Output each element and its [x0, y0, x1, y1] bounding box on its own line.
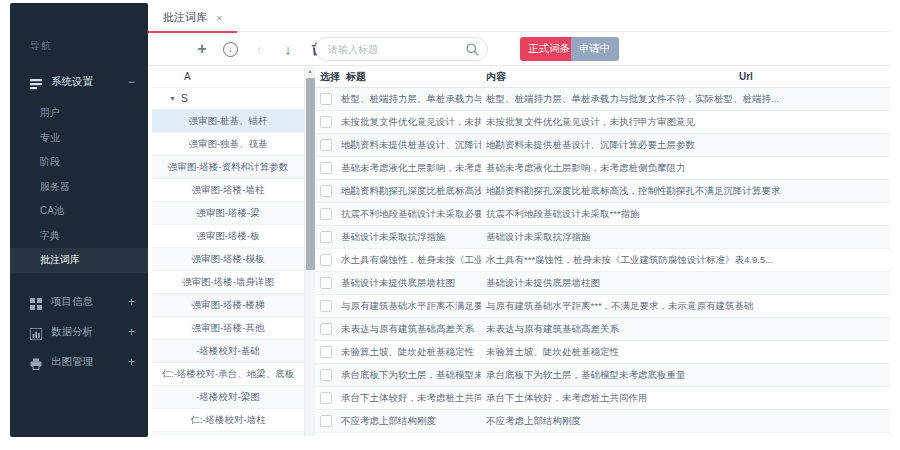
entries-table: 选择 标题 内容 Url 桩型、桩端持力层、单桩承载力与... 桩型、桩端持力层… — [315, 66, 890, 436]
download-icon[interactable]: ↓ — [223, 42, 238, 57]
row-checkbox[interactable] — [320, 139, 332, 151]
list-scrollbar[interactable]: ▲ — [304, 66, 315, 436]
cell-content: 桩型、桩端持力层、单桩承载力与批复文件不符，实际桩型、桩端持... — [481, 93, 830, 106]
sidebar-subitem[interactable]: 批注词库 — [10, 248, 148, 273]
row-checkbox[interactable] — [320, 93, 332, 105]
printer-icon — [30, 356, 42, 368]
cell-title: 承台下土体较好，未考虑桩土共同... — [341, 392, 481, 405]
row-checkbox[interactable] — [320, 277, 332, 289]
table-row: 承台底板下为软土层，基础模型未... 承台底板下为软土层，基础模型未考虑底板重量 — [315, 364, 890, 387]
cell-title: 基础设计未采取抗浮措施 — [341, 231, 481, 244]
row-checkbox[interactable] — [320, 116, 332, 128]
add-icon[interactable]: + — [194, 41, 210, 57]
cell-content: 承台下土体较好，未考虑桩土共同作用 — [481, 392, 830, 405]
row-checkbox[interactable] — [320, 369, 332, 381]
group-label: S — [181, 93, 188, 104]
table-row: 地勘资料勘探孔深度比桩底标高浅... 地勘资料勘探孔深度比桩底标高浅，控制性勘探… — [315, 180, 890, 203]
table-row: 抗震不利地段基础设计未采取必要... 抗震不利地段基础设计未采取***措施 — [315, 203, 890, 226]
table-row: 与原有建筑基础水平距离不满足要... 与原有建筑基础水平距离***，不满足要求，… — [315, 295, 890, 318]
table-row: 未验算土坡、陡坎处桩基稳定性 未验算土坡、陡坎处桩基稳定性 — [315, 341, 890, 364]
row-checkbox[interactable] — [320, 392, 332, 404]
scroll-up-icon[interactable]: ▲ — [305, 66, 315, 77]
cell-content: 地勘资料未提供桩基设计、沉降计算必要土层参数 — [481, 139, 830, 152]
sidebar-subitem[interactable]: 字典 — [10, 224, 148, 249]
sidebar-subitem[interactable]: 用户 — [10, 101, 148, 126]
menu-icon — [30, 76, 42, 88]
table-row: 基础设计未提供底层墙柱图 基础设计未提供底层墙柱图 — [315, 272, 890, 295]
list-item[interactable]: 强审图-塔楼-墙柱 — [152, 179, 304, 202]
list-item[interactable]: 仁:-塔楼校对-承台、地梁、底板 — [152, 363, 304, 386]
list-item[interactable]: 强审图-塔楼-其他 — [152, 317, 304, 340]
list-item[interactable]: 强审图-独基、筏基 — [152, 133, 304, 156]
list-item[interactable]: 强审图-塔楼-楼梯 — [152, 294, 304, 317]
row-checkbox[interactable] — [320, 346, 332, 358]
cell-content: 未按批复文件优化意见设计，未执行甲方审图意见 — [481, 116, 830, 129]
collapse-icon[interactable]: − — [128, 75, 135, 89]
cell-title: 基础未考虑液化土层影响，未考虑... — [341, 162, 481, 175]
cell-title: 地勘资料勘探孔深度比桩底标高浅... — [341, 185, 481, 198]
column-header-select: 选择 — [320, 66, 340, 88]
column-header-url: Url — [739, 66, 753, 88]
cell-content: 地勘资料勘探孔深度比桩底标高浅，控制性勘探孔不满足沉降计算要求 — [481, 185, 830, 198]
sidebar-subitem[interactable]: 专业 — [10, 126, 148, 151]
list-item[interactable]: 强审图-塔楼-资料和计算参数 — [152, 156, 304, 179]
list-item[interactable]: 强审图-桩基、锚杆 — [152, 110, 304, 133]
main-content: 批注词库 × + ↓ ↑ ↓ 正式词条 申请中 — [148, 3, 890, 437]
sidebar-section-system-settings[interactable]: 系统设置 − — [10, 67, 148, 97]
cell-title: 承台底板下为软土层，基础模型未... — [341, 369, 481, 382]
cell-content: 与原有建筑基础水平距离***，不满足要求，未示意原有建筑基础 — [481, 300, 830, 313]
row-checkbox[interactable] — [320, 415, 332, 427]
toolbar: + ↓ ↑ ↓ 正式词条 申请中 — [148, 32, 890, 66]
list-item[interactable]: -塔楼校对-楼梯 — [152, 432, 304, 436]
row-checkbox[interactable] — [320, 254, 332, 266]
cell-title: 与原有建筑基础水平距离不满足要... — [341, 300, 481, 313]
move-up-icon[interactable]: ↑ — [251, 41, 267, 57]
tab-annotation-lexicon[interactable]: 批注词库 × — [148, 3, 237, 32]
expand-icon[interactable]: + — [128, 325, 135, 339]
search-icon[interactable] — [466, 42, 479, 55]
row-checkbox[interactable] — [320, 300, 332, 312]
row-checkbox[interactable] — [320, 323, 332, 335]
tab-bar: 批注词库 × — [148, 3, 890, 32]
list-item[interactable]: 强审图-塔楼-模板 — [152, 248, 304, 271]
sidebar-section-drawing-management[interactable]: 出图管理 + — [10, 347, 148, 377]
table-rows: 桩型、桩端持力层、单桩承载力与... 桩型、桩端持力层、单桩承载力与批复文件不符… — [315, 88, 890, 433]
sidebar-section-project-info[interactable]: 项目信息 + — [10, 287, 148, 317]
content-body: A ▼S 强审图-桩基、锚杆强审图-独基、筏基强审图-塔楼-资料和计算参数强审图… — [148, 66, 890, 436]
sidebar-subitem[interactable]: 阶段 — [10, 150, 148, 175]
formal-entries-button[interactable]: 正式词条 — [520, 37, 578, 61]
pending-button[interactable]: 申请中 — [571, 37, 619, 61]
table-row: 地勘资料未提供桩基设计、沉降计... 地勘资料未提供桩基设计、沉降计算必要土层参… — [315, 134, 890, 157]
list-item[interactable]: 强审图-塔楼-梁 — [152, 202, 304, 225]
scrollbar-thumb[interactable] — [306, 78, 315, 270]
row-checkbox[interactable] — [320, 231, 332, 243]
sidebar-submenu: 用户专业阶段服务器CA池字典批注词库 — [10, 97, 148, 279]
cell-title: 地勘资料未提供桩基设计、沉降计... — [341, 139, 481, 152]
list-item[interactable]: 仁:-塔楼校对-墙柱 — [152, 409, 304, 432]
list-item[interactable]: 强审图-塔楼-板 — [152, 225, 304, 248]
list-item[interactable]: 强审图-塔楼-墙身详图 — [152, 271, 304, 294]
list-group-s[interactable]: ▼S — [152, 88, 304, 110]
table-row: 基础设计未采取抗浮措施 基础设计未采取抗浮措施 — [315, 226, 890, 249]
expand-icon[interactable]: + — [128, 295, 135, 309]
list-item[interactable]: -塔楼校对-梁图 — [152, 386, 304, 409]
move-down-icon[interactable]: ↓ — [280, 41, 296, 57]
list-item[interactable]: -塔楼校对-基础 — [152, 340, 304, 363]
sidebar-subitem[interactable]: CA池 — [10, 199, 148, 224]
row-checkbox[interactable] — [320, 162, 332, 174]
cell-title: 未表达与原有建筑基础高差关系 — [341, 323, 481, 336]
cell-content: 水土具有***腐蚀性，桩身未按《工业建筑防腐蚀设计标准》表4.9.5... — [481, 254, 830, 267]
table-row: 不应考虑上部结构刚度 不应考虑上部结构刚度 — [315, 410, 890, 433]
row-checkbox[interactable] — [320, 208, 332, 220]
sidebar-subitem[interactable]: 服务器 — [10, 175, 148, 200]
list-group-a[interactable]: A — [152, 66, 304, 88]
tab-close-icon[interactable]: × — [216, 12, 222, 24]
sidebar-section-data-analysis[interactable]: 数据分析 + — [10, 317, 148, 347]
search-input[interactable] — [315, 37, 488, 61]
expand-icon[interactable]: + — [128, 355, 135, 369]
cell-title: 水土具有腐蚀性，桩身未按《工业... — [341, 254, 481, 267]
cell-title: 基础设计未提供底层墙柱图 — [341, 277, 481, 290]
row-checkbox[interactable] — [320, 185, 332, 197]
table-row: 承台下土体较好，未考虑桩土共同... 承台下土体较好，未考虑桩土共同作用 — [315, 387, 890, 410]
cell-title: 未验算土坡、陡坎处桩基稳定性 — [341, 346, 481, 359]
